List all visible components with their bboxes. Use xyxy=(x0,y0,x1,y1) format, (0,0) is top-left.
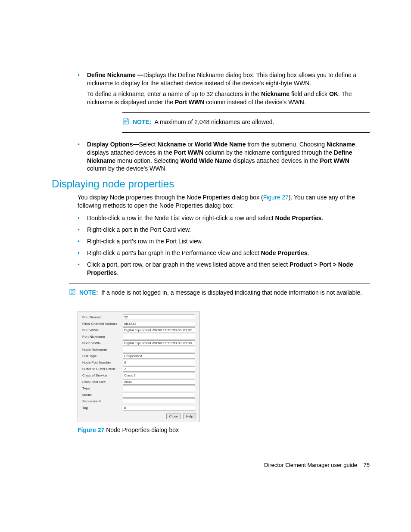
field-value xyxy=(123,386,195,391)
field-value: Digital Equipment -50:00:1F:E1:50:00:2D:… xyxy=(123,340,195,346)
list-item: Right-click a port's bar graph in the Pe… xyxy=(78,249,370,257)
text: Click a port, port row, or bar graph in … xyxy=(87,261,290,268)
field-value: 0 xyxy=(123,360,195,365)
text: Right-click a port's row in the Port Lis… xyxy=(87,238,203,245)
field-label: Class of Service xyxy=(81,372,122,379)
table-row: Type xyxy=(81,385,196,392)
text: Select xyxy=(139,141,158,148)
text-bold: Port WWN xyxy=(320,157,349,164)
note-label: NOTE: xyxy=(79,289,98,296)
text: from the submenu. Choosing xyxy=(246,141,327,148)
page-number: 75 xyxy=(364,462,370,468)
text-bold: Node Properties xyxy=(261,249,307,256)
text-bold: Nickname xyxy=(157,141,186,148)
page-content: Define Nickname —Displays the Define Nic… xyxy=(0,0,411,459)
field-value: 0 xyxy=(123,405,195,411)
text-bold: OK xyxy=(329,90,338,97)
note-block: NOTE: If a node is not logged in, a mess… xyxy=(69,283,370,303)
field-label: Port WWN xyxy=(81,327,122,333)
figure-title: Node Properties dialog box xyxy=(104,426,179,433)
field-label: Port Nickname xyxy=(81,333,122,340)
field-label: Node Nickname xyxy=(81,346,122,353)
figure-caption: Figure 27 Node Properties dialog box xyxy=(78,426,370,433)
paragraph: To define a nickname, enter a name of up… xyxy=(87,90,370,106)
table-row: Tag0 xyxy=(81,404,196,411)
table-row: Data Field Size2048 xyxy=(81,379,196,385)
text: or xyxy=(186,141,195,148)
table-row: Node WWNDigital Equipment -50:00:1F:E1:5… xyxy=(81,340,196,346)
text: column by the device's WWN. xyxy=(87,165,167,172)
text-bold: World Wide Name xyxy=(195,141,246,148)
text: Right-click a port in the Port Card view… xyxy=(87,226,191,233)
field-value: 6B1A13 xyxy=(123,321,195,327)
table-row: Port WWNDigital Equipment -50:00:1F:E1:5… xyxy=(81,327,196,333)
field-label: Buffer to Buffer Credit xyxy=(81,366,122,372)
bullet-list-1: Define Nickname —Displays the Define Nic… xyxy=(78,71,370,173)
note-body: NOTE: If a node is not logged in, a mess… xyxy=(79,289,362,297)
text: You display Node properties through the … xyxy=(78,194,263,201)
list-item: Display Options—Select Nickname or World… xyxy=(78,140,370,173)
table-row: Model xyxy=(81,392,196,398)
field-label: Fibre Channel Address xyxy=(81,320,122,327)
field-value xyxy=(123,334,195,339)
section-heading: Displaying node properties xyxy=(52,178,370,190)
text: lose xyxy=(172,414,178,418)
text: . xyxy=(308,249,309,256)
text: displays attached devices in the xyxy=(231,157,320,164)
note-text: If a node is not logged in, a message is… xyxy=(101,289,362,296)
note-text: A maximum of 2,048 nicknames are allowed… xyxy=(155,118,274,125)
note-body: NOTE: A maximum of 2,048 nicknames are a… xyxy=(133,118,274,126)
define-nickname-lead: Define Nickname — xyxy=(87,72,143,78)
table-row: Port Number22 xyxy=(81,314,196,320)
text: . xyxy=(117,269,118,276)
dialog-buttons: Close Help xyxy=(81,414,196,419)
list-item: Right-click a port's row in the Port Lis… xyxy=(78,237,370,246)
field-label: Port Number xyxy=(81,314,122,320)
table-row: Fibre Channel Address6B1A13 xyxy=(81,320,196,327)
text: column instead of the device's WWN. xyxy=(204,99,305,106)
field-value xyxy=(123,392,195,398)
text-bold: Port WWN xyxy=(175,99,204,106)
text: displays attached devices in the xyxy=(87,149,174,156)
field-label: Type xyxy=(81,385,122,392)
text: Double-click a row in the Node List view… xyxy=(87,215,275,221)
table-row: Node Nickname xyxy=(81,346,196,353)
text-bold: World Wide Name xyxy=(180,157,231,164)
note-icon xyxy=(69,289,76,298)
display-options-lead: Display Options— xyxy=(87,141,139,148)
text-bold: Nickname xyxy=(327,141,355,148)
text-bold: Nickname xyxy=(261,90,290,97)
note-block: NOTE: A maximum of 2,048 nicknames are a… xyxy=(122,112,370,133)
text-bold: Node Properties xyxy=(275,215,322,221)
list-item: Double-click a row in the Node List view… xyxy=(78,214,370,222)
note-label: NOTE: xyxy=(133,118,152,125)
table-row: Class of ServiceClass 3 xyxy=(81,372,196,379)
figure-link[interactable]: Figure 27 xyxy=(263,194,289,201)
text: elp xyxy=(188,414,193,418)
help-button[interactable]: Help xyxy=(183,414,196,419)
dialog-fields-table: Port Number22 Fibre Channel Address6B1A1… xyxy=(81,314,196,411)
field-value: Digital Equipment -50:00:1F:E1:50:00:2D:… xyxy=(123,327,195,333)
field-value: 22 xyxy=(123,314,195,320)
list-item: Click a port, port row, or bar graph in … xyxy=(78,261,370,277)
table-row: Node Port Number0 xyxy=(81,359,196,366)
figure-number: Figure 27 xyxy=(78,426,104,433)
text: Right-click a port's bar graph in the Pe… xyxy=(87,249,261,256)
field-label: Node Port Number xyxy=(81,359,122,366)
close-button[interactable]: Close xyxy=(166,414,181,419)
text: column by the nickname configured throug… xyxy=(203,149,334,156)
text-bold: Port WWN xyxy=(174,149,203,156)
field-value: Unspecified xyxy=(123,353,195,359)
table-row: Port Nickname xyxy=(81,333,196,340)
table-row: Sequence # xyxy=(81,398,196,404)
text: . xyxy=(322,215,324,221)
field-label: Sequence # xyxy=(81,398,122,404)
field-value xyxy=(123,398,195,404)
field-value: 7 xyxy=(123,366,195,372)
field-value: Class 3 xyxy=(123,373,195,378)
field-value xyxy=(123,347,195,352)
note-icon xyxy=(122,118,129,127)
bullet-list-2: Double-click a row in the Node List view… xyxy=(78,214,370,277)
text: To define a nickname, enter a name of up… xyxy=(87,90,261,97)
table-row: Buffer to Buffer Credit7 xyxy=(81,366,196,372)
